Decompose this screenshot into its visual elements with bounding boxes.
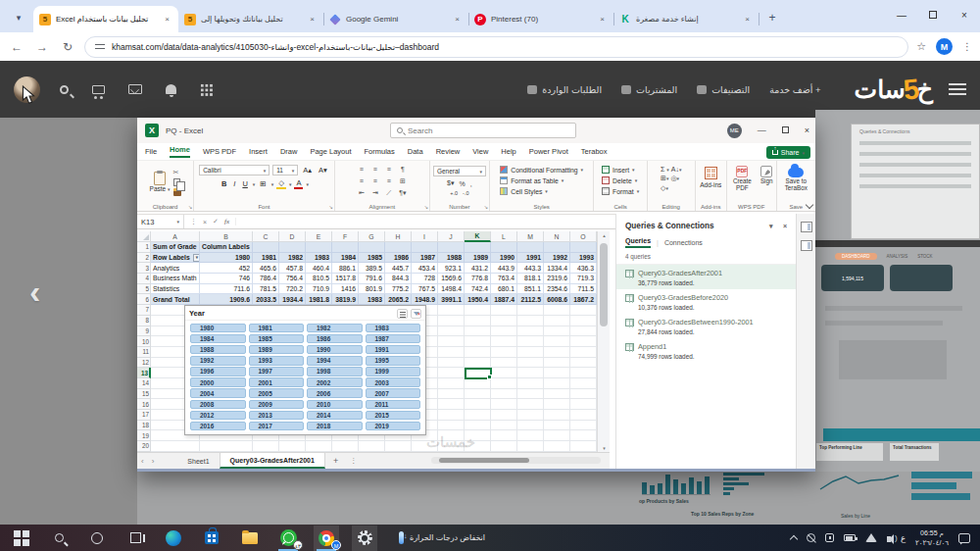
cell-D1[interactable] [279,242,306,253]
column-header-I[interactable]: I [412,231,438,242]
bookmark-star-icon[interactable]: ☆ [916,40,926,53]
cell-styles-button[interactable]: Cell Styles▾ [500,187,548,195]
cell-L15[interactable] [491,389,517,400]
cell-K15[interactable] [465,389,491,400]
percent-icon[interactable]: % [460,180,466,187]
account-avatar[interactable]: ME [727,124,742,138]
excel-minimize-icon[interactable]: — [758,125,766,135]
panel-close-icon[interactable]: × [783,223,787,229]
cell-K11[interactable] [465,347,491,358]
slicer-item-2006[interactable]: 2006 [307,388,363,397]
column-header-L[interactable]: L [491,231,517,242]
cell-L4[interactable]: 763.4 [491,274,517,284]
cell-H2[interactable]: 1986 [385,253,412,264]
user-avatar[interactable] [14,76,40,103]
sheet-next-icon[interactable]: › [148,457,159,466]
cell-H1[interactable] [385,242,412,253]
cell-A5[interactable]: Statistics [151,284,200,295]
conditional-formatting-button[interactable]: Conditional Formatting▾ [500,166,583,174]
cell-O18[interactable] [570,421,597,431]
cell-I4[interactable]: 728 [412,274,438,284]
cell-M3[interactable]: 443.3 [517,263,544,274]
taskbar-search[interactable] [46,526,72,551]
cell-B5[interactable]: 711.6 [200,284,253,295]
menu-tab-help[interactable]: Help [501,147,515,156]
alarm-icon[interactable] [825,533,834,542]
slicer-item-1988[interactable]: 1988 [190,345,246,354]
cell-K2[interactable]: 1989 [465,253,491,264]
cell-O3[interactable]: 436.3 [570,263,597,274]
cell-M13[interactable] [517,368,544,378]
column-header-B[interactable]: B [200,231,253,242]
slicer-item-2012[interactable]: 2012 [190,411,246,420]
cell-M18[interactable] [517,421,544,431]
cell-O15[interactable] [570,389,597,400]
slicer-item-2017[interactable]: 2017 [249,422,305,430]
slicer-item-2013[interactable]: 2013 [249,411,305,420]
slicer-item-1984[interactable]: 1984 [190,334,246,343]
cell-O16[interactable] [570,399,597,410]
taskbar-chrome[interactable]: M [314,526,339,551]
menu-tab-power-pivot[interactable]: Power Pivot [529,147,568,156]
slicer-item-1987[interactable]: 1987 [366,334,421,343]
khamsat-logo[interactable]: خ5سات [855,74,933,106]
weather-widget[interactable]: انخفاض درجات الحرارة [399,531,485,544]
cell-J2[interactable]: 1988 [438,253,465,264]
cell-J14[interactable] [438,378,465,389]
row-header-20[interactable]: 20 [137,441,151,452]
profile-avatar[interactable]: M [936,38,953,55]
cell-A1[interactable]: Sum of Grade [151,242,200,253]
tab-close-icon[interactable]: × [162,14,172,25]
row-header-7[interactable]: 7 [137,305,151,316]
queries-pane-icon[interactable] [801,222,812,232]
filter-dropdown-icon[interactable]: ▾ [193,254,200,262]
hscroll-thumb[interactable] [439,458,529,463]
cell-D6[interactable]: 1934.4 [279,294,306,305]
cell-L11[interactable] [491,347,517,358]
dialog-launcher-icon[interactable]: ↘ [188,204,192,210]
battery-icon[interactable] [844,534,856,541]
tab-close-icon[interactable]: × [597,14,608,25]
close-icon[interactable]: × [949,10,980,21]
cell-I1[interactable] [412,242,438,253]
menu-tab-formulas[interactable]: Formulas [365,147,395,156]
cell-L18[interactable] [491,421,517,431]
cell-M17[interactable] [517,410,544,421]
cell-M6[interactable]: 2112.5 [517,294,544,305]
slicer-item-1992[interactable]: 1992 [190,356,246,365]
row-header-1[interactable]: 1 [137,242,151,253]
cell-B6[interactable]: 1909.6 [200,294,253,305]
align-bottom-icon[interactable]: ≡ [387,166,391,173]
cell-O20[interactable] [570,441,597,452]
cell-G5[interactable]: 801.9 [359,284,385,295]
cell-M9[interactable] [517,326,544,337]
increase-indent-icon[interactable]: ⇥ [372,189,378,197]
cell-K9[interactable] [465,326,491,337]
cell-J12[interactable] [438,358,465,369]
column-header-M[interactable]: M [517,231,544,242]
cell-J17[interactable] [438,410,465,421]
row-header-14[interactable]: 14 [137,378,151,389]
browser-tab[interactable]: Google Gemini× [323,6,468,32]
cell-L1[interactable] [491,242,517,253]
cell-F3[interactable]: 886.1 [332,263,359,274]
name-box[interactable]: K13▾ [137,215,184,228]
cell-M2[interactable]: 1991 [517,253,544,264]
slicer-item-2010[interactable]: 2010 [307,400,363,409]
cell-M11[interactable] [517,347,544,358]
slicer-item-2018[interactable]: 2018 [307,422,363,430]
cell-L12[interactable] [491,358,517,369]
cell-H3[interactable]: 445.7 [385,263,412,274]
nav-item-incoming-orders[interactable]: الطلبات الواردة [527,84,602,95]
column-header-F[interactable]: F [332,231,359,242]
tray-chevron-up-icon[interactable] [790,535,798,543]
menu-tab-wps-pdf[interactable]: WPS PDF [203,147,236,156]
row-header-11[interactable]: 11 [137,347,151,358]
browser-tab[interactable]: 5تحليل بياناتك وتحويلها إلى× [178,6,323,32]
row-header-15[interactable]: 15 [137,389,151,400]
cell-J15[interactable] [438,389,465,400]
taskbar-store[interactable] [199,526,224,551]
delete-cells-button[interactable]: Delete▾ [602,176,639,184]
cut-icon[interactable]: ✂ [173,169,181,176]
decrease-decimal-icon[interactable]: -.0 [463,190,468,196]
